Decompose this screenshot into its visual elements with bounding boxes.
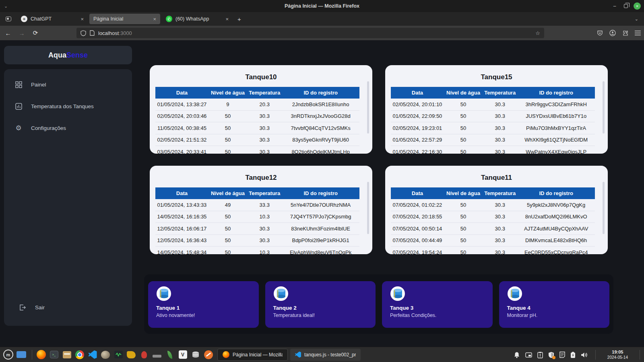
table-row: 07/05/2024, 00:50:14 50 30.3 AJTZ4utMU4B… — [391, 223, 595, 235]
tank-table-card-tanque12: Tanque12 Data Nível de água Temperatura … — [150, 166, 372, 254]
table-row: 07/05/2024, 01:02:22 50 30.3 5y9pkl2xJ8N… — [391, 199, 595, 211]
dashboard-grid-icon — [14, 81, 23, 88]
tank-table-title: Tanque15 — [391, 73, 602, 81]
firefox-icon — [223, 351, 229, 358]
back-button[interactable]: ← — [2, 30, 14, 37]
table-body: 01/05/2024, 13:43:33 49 33.3 5nYe4l7DtIe… — [155, 199, 367, 254]
notifications-bell-icon[interactable] — [514, 352, 520, 358]
table-scrollbar[interactable] — [367, 182, 369, 234]
list-all-tabs-icon[interactable]: ⌄ — [635, 16, 638, 22]
gimp-icon[interactable] — [101, 350, 110, 360]
chrome-icon[interactable] — [75, 350, 85, 360]
navigation-toolbar: ← → ⟳ localhost:3000 ☆ — [0, 26, 644, 40]
tray-app-icon[interactable] — [152, 350, 162, 360]
tank-table-title: Tanque10 — [155, 73, 367, 81]
firefox-icon[interactable] — [36, 350, 46, 360]
bookmark-star-icon[interactable]: ☆ — [535, 30, 540, 36]
screenshot-tool-icon[interactable] — [525, 352, 532, 358]
tank-status-card: Tanque 1 Ativo novamente! — [148, 281, 259, 328]
sidebar-item-temperatura[interactable]: Temperatura dos Tanques — [8, 97, 128, 115]
restore-button[interactable] — [624, 4, 628, 8]
pocket-icon[interactable] — [597, 30, 603, 36]
table-row: 07/05/2024, 20:18:55 50 30.3 8nU2xafDoMQ… — [391, 211, 595, 223]
taskbar-clock[interactable]: 19:05 2024-05-14 — [603, 350, 632, 360]
account-icon[interactable] — [609, 30, 616, 36]
tab-close-icon[interactable]: × — [80, 16, 84, 22]
sidebar-item-label: Configurações — [31, 125, 66, 131]
table-row: 11/05/2024, 00:38:45 50 30.3 7tvvbfQ84Cq… — [155, 122, 359, 134]
forward-button[interactable]: → — [16, 30, 27, 37]
extensions-puzzle-icon[interactable] — [622, 30, 628, 36]
database-icon[interactable] — [191, 350, 200, 360]
new-tab-button[interactable]: + — [237, 16, 241, 23]
table-row: 02/05/2024, 20:01:10 50 30.3 3hRr9ggvC3D… — [391, 99, 595, 111]
sidebar-item-painel[interactable]: Painel — [8, 76, 128, 93]
volume-icon[interactable] — [581, 352, 588, 358]
tank-status-card: Tanque 3 Perfeitas Condições. — [382, 281, 493, 328]
tank-table-title: Tanque11 — [391, 174, 602, 182]
shield-status-dot — [552, 356, 555, 359]
clipboard-alert-icon[interactable] — [537, 352, 543, 358]
table-body: 01/05/2024, 13:38:27 9 20.3 2JndzbBokSR1… — [155, 99, 367, 154]
window-titlebar: ⌄ Página Inicial — Mozilla Firefox – × — [0, 0, 644, 12]
sidebar-item-configuracoes[interactable]: ⚙ Configurações — [8, 119, 128, 137]
mint-menu-icon[interactable]: m — [3, 350, 13, 360]
mongodb-leaf-icon[interactable] — [165, 350, 175, 360]
tab-pagina-inicial[interactable]: Página Inicial × — [89, 14, 160, 24]
water-tank-icon — [507, 286, 522, 301]
page-info-icon[interactable] — [90, 30, 95, 36]
tank-table-title: Tanque12 — [155, 174, 367, 182]
titlebar-chevron-icon[interactable]: ⌄ — [4, 4, 8, 9]
chatgpt-icon: ✳ — [21, 16, 27, 22]
terminal-icon[interactable]: >_ — [49, 350, 59, 360]
table-row: 14/05/2024, 16:16:35 50 10.3 7JQ4YT57PJo… — [155, 211, 359, 223]
chart-icon — [14, 103, 23, 110]
lamp-icon[interactable] — [139, 350, 149, 360]
audio-wave-icon[interactable] — [114, 350, 123, 360]
tab-close-icon[interactable]: × — [225, 16, 229, 22]
vscode-icon — [295, 352, 301, 358]
menu-hamburger-icon[interactable] — [635, 31, 641, 35]
url-bar[interactable]: localhost:3000 ☆ — [76, 28, 544, 38]
tank-status-panel: Tanque 1 Ativo novamente! Tanque 2 Tempe… — [144, 274, 613, 334]
taskbar: m >_ V Página Inicial — Mozilla Fi... ta… — [0, 347, 644, 362]
gear-icon: ⚙ — [14, 124, 23, 132]
tracking-shield-icon[interactable] — [80, 30, 86, 36]
table-row: 07/05/2024, 19:54:24 50 30.3 EeC0RD55xCD… — [391, 247, 595, 254]
kettle-icon[interactable] — [126, 350, 136, 360]
table-body: 02/05/2024, 20:01:10 50 30.3 3hRr9ggvC3D… — [391, 99, 602, 154]
table-scrollbar[interactable] — [603, 182, 605, 234]
table-row: 01/05/2024, 13:38:27 9 20.3 2JndzbBokSR1… — [155, 99, 359, 111]
reload-button[interactable]: ⟳ — [30, 29, 41, 37]
tank-card-status: Ativo novamente! — [156, 313, 251, 318]
battery-icon[interactable] — [570, 352, 576, 358]
tab-chatgpt[interactable]: ✳ ChatGPT × — [17, 14, 88, 24]
pencil-icon[interactable] — [204, 350, 213, 360]
close-button[interactable]: × — [634, 2, 641, 10]
window-title: Página Inicial — Mozilla Firefox — [0, 3, 644, 9]
file-manager-icon[interactable] — [62, 350, 72, 360]
taskbar-window-vscode[interactable]: tanques.js - teste002_proj... — [290, 349, 361, 361]
tab-whatsapp[interactable]: ✆ (60) WhatsApp × — [162, 14, 233, 24]
notes-icon[interactable] — [559, 352, 565, 358]
firefox-view-icon[interactable] — [3, 14, 14, 24]
taskbar-window-firefox[interactable]: Página Inicial — Mozilla Fi... — [217, 349, 288, 361]
tab-close-icon[interactable]: × — [153, 16, 156, 22]
sidebar-item-label: Temperatura dos Tanques — [31, 103, 94, 109]
tank-card-status: Monitorar pH. — [507, 313, 602, 318]
tank-tables-grid: Tanque10 Data Nível de água Temperatura … — [150, 65, 608, 254]
minimize-button[interactable]: – — [611, 3, 618, 9]
vscode-icon[interactable] — [88, 350, 97, 360]
sidebar-item-sair[interactable]: Sair — [12, 298, 132, 316]
show-desktop-icon[interactable] — [17, 351, 26, 358]
table-scrollbar[interactable] — [603, 81, 605, 134]
table-header-row: Data Nível de água Temperatura ID do reg… — [155, 87, 359, 99]
table-scrollbar[interactable] — [367, 81, 369, 134]
shield-icon[interactable] — [548, 352, 554, 358]
table-row: 01/05/2024, 13:43:33 49 33.3 5nYe4l7DtIe… — [155, 199, 359, 211]
image-viewer-icon[interactable]: V — [178, 350, 188, 360]
tank-card-title: Tanque 4 — [507, 305, 602, 311]
table-row: 01/05/2024, 22:16:30 50 30.3 WwPatnvX4XE… — [391, 146, 595, 154]
tank-status-card: Tanque 4 Monitorar pH. — [499, 281, 610, 328]
table-row: 01/05/2024, 22:57:29 50 30.3 WhXKl9g61QZ… — [391, 134, 595, 146]
